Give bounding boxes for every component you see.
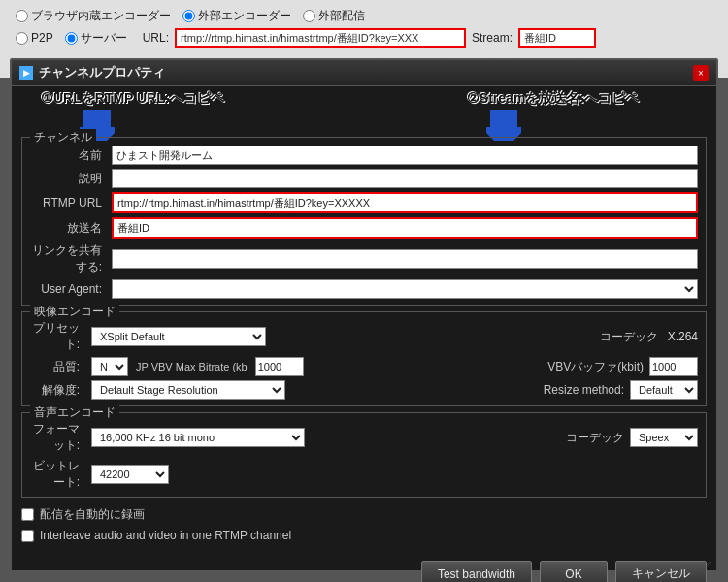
name-input[interactable] <box>112 146 698 165</box>
url-label: URL: <box>143 31 169 45</box>
radio-external-label: 外部エンコーダー <box>198 8 291 24</box>
video-section-label: 映像エンコード <box>30 304 119 320</box>
test-bandwidth-button[interactable]: Test bandwidth <box>421 561 532 582</box>
broadcast-label: 放送名 <box>30 220 108 237</box>
radio-external[interactable]: 外部エンコーダー <box>182 8 291 24</box>
radio-server-input[interactable] <box>65 32 78 45</box>
desc-row: 説明 <box>30 169 698 188</box>
resolution-select[interactable]: Default Stage Resolution <box>91 380 285 400</box>
title-icon: ▶ <box>19 66 33 80</box>
desc-input[interactable] <box>112 169 698 188</box>
url-row: URL: Stream: <box>143 28 596 48</box>
codec-label-video: コーデック <box>600 329 658 345</box>
channel-section: チャンネル 名前 説明 RTMP URL 放送名 リンクを共有する: <box>21 137 707 306</box>
quality-mode-select[interactable]: No <box>91 357 128 376</box>
broadcast-input[interactable] <box>112 217 698 239</box>
vbv-label: VBVバッファ(kbit) <box>547 359 644 375</box>
radio-p2p-label: P2P <box>31 31 53 45</box>
cancel-button[interactable]: キャンセル <box>615 561 707 582</box>
encoder-radio-group: ブラウザ内蔵エンコーダー 外部エンコーダー 外部配信 <box>16 8 365 24</box>
radio-extdist[interactable]: 外部配信 <box>303 8 365 24</box>
interleave-label: Interleave audio and video in one RTMP c… <box>40 529 291 542</box>
annotation-1: ①URLをRTMP URL:へコピペ <box>41 90 224 108</box>
useragent-select[interactable] <box>112 279 698 299</box>
resize-right: Resize method: Default <box>544 380 698 400</box>
link-label: リンクを共有する: <box>30 242 108 275</box>
interleave-checkbox[interactable] <box>21 530 34 542</box>
resolution-row: 解像度: Default Stage Resolution Resize met… <box>30 380 698 400</box>
preset-select[interactable]: XSplit Default <box>91 327 266 346</box>
audio-bitrate-row: ビットレート: 42200 <box>30 458 698 491</box>
useragent-label: User Agent: <box>30 282 108 296</box>
ok-button[interactable]: OK <box>540 561 608 582</box>
broadcast-row: 放送名 <box>30 217 698 239</box>
radio-extdist-input[interactable] <box>303 10 315 22</box>
stream-label: Stream: <box>472 31 513 45</box>
radio-server[interactable]: サーバー <box>65 30 127 47</box>
resize-select[interactable]: Default <box>630 380 698 400</box>
p2p-radio-group: P2P サーバー <box>16 30 127 47</box>
auto-record-label: 配信を自動的に録画 <box>40 506 145 523</box>
audio-format-row: フォーマット: 16,000 KHz 16 bit mono コーデック Spe… <box>30 421 698 454</box>
quality-label: 品質: <box>30 359 83 375</box>
audio-codec-select[interactable]: Speex <box>630 428 698 447</box>
link-input[interactable] <box>112 249 698 269</box>
toolbar-row-2: P2P サーバー URL: Stream: <box>16 28 712 48</box>
interleave-row: Interleave audio and video in one RTMP c… <box>21 526 707 545</box>
preset-row: プリセット: XSplit Default コーデック X.264 <box>30 320 698 353</box>
useragent-row: User Agent: <box>30 279 698 299</box>
rtmp-label: RTMP URL <box>30 196 108 210</box>
radio-extdist-label: 外部配信 <box>318 8 365 24</box>
desc-label: 説明 <box>30 171 108 187</box>
annotation-2: ②Streamを放送名:へコピペ <box>467 90 639 108</box>
resize-label: Resize method: <box>544 383 624 397</box>
quality-desc: JP VBV Max Bitrate (kb <box>136 361 248 372</box>
auto-record-row: 配信を自動的に録画 <box>21 503 707 526</box>
quality-value-input[interactable] <box>255 357 304 376</box>
audio-format-select[interactable]: 16,000 KHz 16 bit mono <box>91 428 305 447</box>
rtmp-row: RTMP URL <box>30 192 698 213</box>
preset-label: プリセット: <box>30 320 83 353</box>
name-label: 名前 <box>30 147 108 164</box>
resize-handle[interactable]: ⊿ <box>705 558 712 568</box>
radio-external-input[interactable] <box>182 10 195 22</box>
codec-right: コーデック X.264 <box>600 329 698 345</box>
radio-browser-label: ブラウザ内蔵エンコーダー <box>31 8 171 24</box>
link-row: リンクを共有する: <box>30 242 698 275</box>
audio-section: 音声エンコード フォーマット: 16,000 KHz 16 bit mono コ… <box>21 412 707 498</box>
url-input[interactable] <box>175 28 466 48</box>
vbv-input[interactable] <box>649 357 698 376</box>
radio-browser-input[interactable] <box>16 10 28 22</box>
auto-record-checkbox[interactable] <box>21 508 34 521</box>
audio-bitrate-label: ビットレート: <box>30 458 83 491</box>
video-section: 映像エンコード プリセット: XSplit Default コーデック X.26… <box>21 311 707 406</box>
codec-value-video: X.264 <box>668 330 698 343</box>
name-row: 名前 <box>30 146 698 165</box>
vbv-right: VBVバッファ(kbit) <box>547 357 698 376</box>
audio-bitrate-select[interactable]: 42200 <box>91 465 169 484</box>
dialog-content: チャンネル 名前 説明 RTMP URL 放送名 リンクを共有する: <box>12 137 716 555</box>
close-button[interactable]: × <box>693 65 709 81</box>
dialog-title: チャンネルプロパティ <box>39 64 165 81</box>
radio-server-label: サーバー <box>81 30 127 47</box>
toolbar-row-1: ブラウザ内蔵エンコーダー 外部エンコーダー 外部配信 <box>16 8 712 24</box>
dialog-titlebar: ▶ チャンネルプロパティ × <box>12 60 716 86</box>
channel-section-label: チャンネル <box>30 129 96 146</box>
stream-input[interactable] <box>518 28 596 48</box>
resolution-label: 解像度: <box>30 382 83 399</box>
quality-row: 品質: No JP VBV Max Bitrate (kb VBVバッファ(kb… <box>30 357 698 376</box>
rtmp-input[interactable] <box>112 192 698 213</box>
audio-section-label: 音声エンコード <box>30 404 119 421</box>
audio-codec-right: コーデック Speex <box>566 428 698 447</box>
radio-p2p-input[interactable] <box>16 32 28 45</box>
radio-browser[interactable]: ブラウザ内蔵エンコーダー <box>16 8 171 24</box>
audio-codec-label: コーデック <box>566 430 624 446</box>
audio-format-label: フォーマット: <box>30 421 83 454</box>
dialog-buttons: Test bandwidth OK キャンセル <box>12 555 716 582</box>
channel-properties-dialog: ▶ チャンネルプロパティ × ①URLをRTMP URL:へコピペ ②Strea… <box>10 58 718 572</box>
radio-p2p[interactable]: P2P <box>16 31 53 45</box>
